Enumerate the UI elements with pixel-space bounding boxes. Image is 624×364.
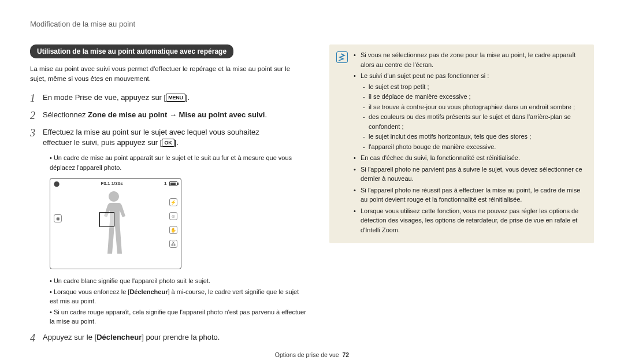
step-text: Appuyez sur le [Déclencheur] pour prendr… bbox=[43, 332, 220, 345]
text: Effectuez la mise au point sur le sujet … bbox=[43, 128, 259, 136]
step-number: 4 bbox=[30, 332, 43, 345]
camera-top-bar: ⬤ F3.1 1/30s 1 bbox=[54, 181, 177, 187]
section-heading-pill: Utilisation de la mise au point automati… bbox=[30, 44, 233, 58]
step-number: 1 bbox=[30, 92, 43, 105]
note-bullet-list: Si vous ne sélectionnez pas de zone pour… bbox=[354, 50, 587, 236]
note-subitem: l'appareil photo bouge de manière excess… bbox=[363, 142, 587, 152]
shot-count: 1 bbox=[164, 181, 166, 186]
note-item: Si l'appareil photo ne réussit pas à eff… bbox=[354, 185, 587, 205]
note-item: Si vous ne sélectionnez pas de zone pour… bbox=[354, 50, 587, 69]
bold-text: Zone de mise au point bbox=[88, 110, 167, 119]
info-icon bbox=[336, 51, 348, 63]
step-text: Sélectionnez Zone de mise au point → Mis… bbox=[43, 110, 267, 122]
note-item: En cas d'échec du suivi, la fonctionnali… bbox=[354, 153, 587, 163]
left-overlay-icons: ◉ bbox=[54, 214, 62, 222]
mode-icon: ⬤ bbox=[54, 181, 60, 187]
shot-count-and-battery: 1 bbox=[164, 181, 177, 187]
page-number: 72 bbox=[343, 351, 350, 358]
text: ]. bbox=[174, 138, 179, 147]
text: Appuyez sur le [ bbox=[43, 333, 96, 341]
step-3: 3 Effectuez la mise au point sur le suje… bbox=[30, 127, 306, 149]
text: ] pour prendre la photo. bbox=[142, 333, 220, 341]
left-column: Utilisation de la mise au point automati… bbox=[30, 44, 306, 349]
note-subitem: il se trouve à contre-jour ou vous photo… bbox=[363, 102, 587, 112]
text: . bbox=[265, 110, 267, 119]
step-2: 2 Sélectionnez Zone de mise au point → M… bbox=[30, 110, 306, 122]
bullet: Lorsque vous enfoncez le [Déclencheur] à… bbox=[50, 287, 306, 306]
step3-sub-bullets-top: Un cadre de mise au point apparaît sur l… bbox=[50, 153, 306, 172]
camera-preview-illustration: ⬤ F3.1 1/30s 1 ◉ ⚡ ☺ ✋ ⁂ bbox=[50, 178, 181, 269]
settings-icon: ⁂ bbox=[169, 240, 177, 248]
step-4: 4 Appuyez sur le [Déclencheur] pour pren… bbox=[30, 332, 306, 345]
bullet: Si un cadre rouge apparaît, cela signifi… bbox=[50, 307, 306, 326]
note-item: Si l'appareil photo ne parvient pas à su… bbox=[354, 165, 587, 184]
note-subitem: le sujet est trop petit ; bbox=[363, 82, 587, 92]
right-column: Si vous ne sélectionnez pas de zone pour… bbox=[329, 44, 594, 349]
metering-icon: ◉ bbox=[54, 214, 62, 222]
step-number: 3 bbox=[30, 127, 43, 149]
info-note-box: Si vous ne sélectionnez pas de zone pour… bbox=[329, 44, 594, 243]
text: Lorsque vous enfoncez le [ bbox=[54, 288, 129, 295]
note-subitem: le sujet inclut des motifs horizontaux, … bbox=[363, 132, 587, 142]
note-item: Lorsque vous utilisez cette fonction, vo… bbox=[354, 206, 587, 235]
step3-sub-bullets-bottom: Un cadre blanc signifie que l'appareil p… bbox=[50, 276, 306, 326]
two-column-layout: Utilisation de la mise au point automati… bbox=[30, 44, 594, 349]
exposure-readout: F3.1 1/30s bbox=[101, 181, 122, 187]
note-sublist: le sujet est trop petit ; il se déplace … bbox=[363, 82, 587, 152]
bold-text: Déclencheur bbox=[96, 333, 142, 341]
step-text: En mode Prise de vue, appuyez sur [MENU]… bbox=[43, 92, 190, 105]
step-list: 1 En mode Prise de vue, appuyez sur [MEN… bbox=[30, 92, 306, 148]
step-list-continued: 4 Appuyez sur le [Déclencheur] pour pren… bbox=[30, 332, 306, 345]
ok-button-icon: OK bbox=[162, 139, 174, 147]
step-1: 1 En mode Prise de vue, appuyez sur [MEN… bbox=[30, 92, 306, 105]
stabilizer-icon: ✋ bbox=[169, 226, 177, 234]
breadcrumb-title: Modification de la mise au point bbox=[30, 20, 594, 28]
flash-icon: ⚡ bbox=[169, 198, 177, 206]
bold-text: Déclencheur bbox=[129, 288, 168, 295]
text: En mode Prise de vue, appuyez sur [ bbox=[43, 93, 166, 102]
page-footer: Options de prise de vue 72 bbox=[0, 351, 624, 358]
step-text: Effectuez la mise au point sur le sujet … bbox=[43, 127, 259, 149]
text: Sélectionnez bbox=[43, 110, 88, 119]
bullet: Un cadre de mise au point apparaît sur l… bbox=[50, 153, 306, 172]
arrow-icon: → bbox=[167, 110, 179, 119]
face-icon: ☺ bbox=[169, 212, 177, 220]
note-subitem: des couleurs ou des motifs présents sur … bbox=[363, 112, 587, 131]
section-intro: La mise au point avec suivi vous permet … bbox=[30, 64, 306, 83]
footer-chapter: Options de prise de vue bbox=[275, 351, 339, 358]
bullet: Un cadre blanc signifie que l'appareil p… bbox=[50, 276, 306, 286]
tracking-focus-box bbox=[99, 212, 114, 227]
note-subitem: il se déplace de manière excessive ; bbox=[363, 92, 587, 102]
step-number: 2 bbox=[30, 110, 43, 122]
menu-button-icon: MENU bbox=[166, 94, 185, 102]
right-overlay-icons: ⚡ ☺ ✋ ⁂ bbox=[169, 198, 177, 248]
text: Le suivi d'un sujet peut ne pas fonction… bbox=[361, 72, 489, 79]
bold-text: Mise au point avec suivi bbox=[179, 110, 265, 119]
text: ]. bbox=[185, 93, 190, 102]
battery-icon bbox=[169, 181, 177, 186]
note-item: Le suivi d'un sujet peut ne pas fonction… bbox=[354, 71, 587, 151]
text: effectuer le suivi, puis appuyez sur [ bbox=[43, 138, 162, 147]
